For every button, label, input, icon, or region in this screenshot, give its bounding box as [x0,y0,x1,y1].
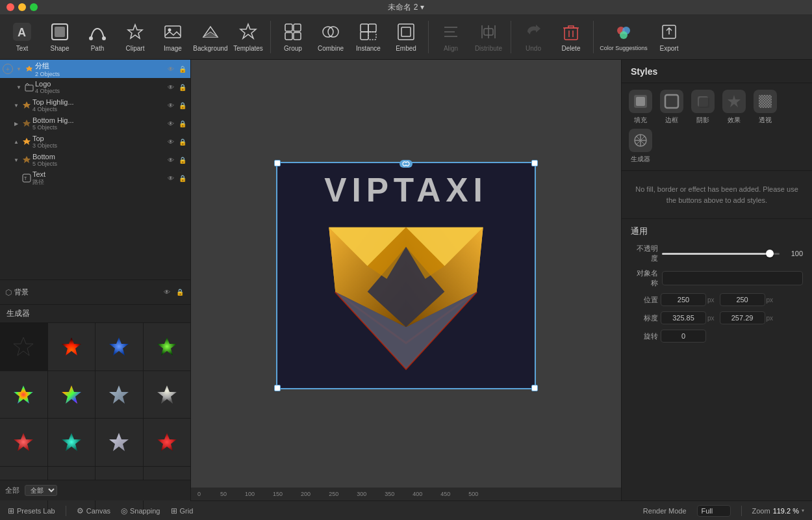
layer-item-text[interactable]: T Text 路径 👁 🔒 [0,169,190,187]
tool-export[interactable]: Export [651,17,687,57]
bg-lock-button[interactable]: 🔒 [175,287,185,298]
tool-embed[interactable]: Embed [388,17,424,57]
generator-item[interactable] [95,371,143,419]
tool-shape[interactable]: Shape [42,17,78,57]
pos-y-input[interactable] [720,293,765,306]
layer-item-top-highlight[interactable]: ▼ Top Highlig... 4 Objects 👁 🔒 [0,96,190,114]
templates-icon [238,21,259,42]
tool-path[interactable]: Path [79,17,116,57]
visibility-button[interactable]: 👁 [166,64,176,74]
handle-tl[interactable] [274,160,281,166]
expand-icon[interactable]: ▼ [12,101,21,110]
expand-icon[interactable]: ▼ [14,64,23,73]
pos-x-input[interactable] [661,293,706,306]
layer-text: Top Highlig... 4 Objects [32,98,166,112]
handle-br[interactable] [531,385,538,391]
size-w-input[interactable] [661,311,706,324]
tool-clipart[interactable]: Clipart [117,17,153,57]
generator-item[interactable] [144,371,191,419]
tool-align[interactable]: Align [433,17,469,57]
lock-button[interactable]: 🔒 [177,82,188,92]
tool-delete[interactable]: Delete [553,17,589,57]
group-icon [21,154,32,166]
layer-item-logo[interactable]: + ▼ Logo 4 Objects 👁 🔒 [0,78,190,96]
tool-group[interactable]: Group [275,17,311,57]
category-select[interactable]: 全部 [25,485,57,496]
canvas-content: VIPTAXI [276,162,536,389]
generator-item[interactable] [0,419,47,466]
generator-item[interactable] [144,323,191,370]
tool-combine[interactable]: Combine [312,17,349,57]
visibility-button[interactable]: 👁 [166,118,176,129]
tool-text[interactable]: A Text [4,17,40,57]
lock-button[interactable]: 🔒 [177,155,188,165]
expand-icon[interactable]: ▶ [12,119,21,128]
style-tab-fill[interactable]: 填充 [627,90,654,125]
grid-item[interactable]: ⊞ Grid [171,506,194,515]
background-section[interactable]: ⬡ 背景 👁 🔒 [0,280,190,304]
tool-undo[interactable]: Undo [515,17,552,57]
tool-color-suggestions[interactable]: Color Suggestions [598,17,650,57]
visibility-button[interactable]: 👁 [166,100,176,110]
snapping-item[interactable]: ◎ Snapping [121,506,160,515]
visibility-button[interactable]: 👁 [166,155,176,165]
layer-item-bottom[interactable]: ▼ Bottom 5 Objects 👁 🔒 [0,151,190,169]
visibility-button[interactable]: 👁 [166,173,176,183]
lock-button[interactable]: 🔒 [177,64,188,74]
svg-rect-7 [165,26,181,38]
close-button[interactable] [6,3,14,11]
layer-item-bottom-highlight[interactable]: ▶ Bottom Hig... 5 Objects 👁 🔒 [0,114,190,133]
generator-item[interactable] [48,323,95,370]
minimize-button[interactable] [18,3,26,11]
canvas-area[interactable]: VIPTAXI [191,60,621,500]
layer-item-top[interactable]: ▲ Top 3 Objects 👁 🔒 [0,133,190,151]
object-name-input[interactable] [662,271,803,285]
style-tab-border[interactable]: 边框 [658,90,685,125]
svg-marker-37 [26,66,32,72]
tool-instance[interactable]: Instance [350,17,387,57]
style-tab-shadow[interactable]: 阴影 [689,90,717,125]
generator-item[interactable] [95,419,143,466]
fullscreen-button[interactable] [30,3,38,11]
zoom-item[interactable]: Zoom 119.2 % ▾ [752,507,805,515]
tool-distribute[interactable]: Distribute [470,17,507,57]
ruler-mark: 350 [385,491,394,497]
lock-button[interactable]: 🔒 [177,173,188,183]
ruler-mark: 0 [197,491,201,497]
lock-button[interactable]: 🔒 [177,136,188,147]
handle-bl[interactable] [274,385,281,391]
presets-lab-item[interactable]: ⊞ Presets Lab [8,506,55,515]
visibility-button[interactable]: 👁 [166,136,176,147]
lock-button[interactable]: 🔒 [177,118,188,129]
handle-tr[interactable] [531,160,538,166]
style-tab-effect[interactable]: 效果 [720,90,748,125]
lock-button[interactable]: 🔒 [177,100,188,110]
svg-rect-20 [398,24,414,40]
tool-background[interactable]: Background [192,17,229,57]
render-mode-select[interactable]: Full Draft [697,505,731,517]
size-h-input[interactable] [720,311,765,324]
tool-image[interactable]: Image [155,17,191,57]
layer-item-group-root[interactable]: + ▼ 分组 2 Objects 👁 🔒 [0,60,190,78]
rotation-input[interactable] [661,330,706,343]
expand-icon[interactable]: ▼ [14,83,23,92]
separator [66,506,66,516]
style-tab-generator[interactable]: 生成器 [627,129,654,164]
handle-top[interactable] [400,160,412,168]
expand-icon[interactable]: ▼ [12,155,21,164]
generator-item[interactable] [0,323,47,370]
generator-item[interactable] [48,371,95,419]
style-tab-opacity[interactable]: 透视 [752,90,779,125]
folder-icon [23,81,35,93]
generator-item[interactable] [0,371,47,419]
bg-visibility-button[interactable]: 👁 [162,287,172,298]
tool-templates[interactable]: Templates [230,17,266,57]
generator-item[interactable] [48,419,95,466]
canvas-item[interactable]: ⚙ Canvas [77,506,110,515]
expand-icon[interactable]: ▲ [12,137,21,146]
opacity-slider[interactable] [662,253,780,255]
visibility-button[interactable]: 👁 [166,82,176,92]
generator-item[interactable] [144,419,191,466]
add-child-button[interactable]: + [3,64,13,74]
generator-item[interactable] [95,323,143,370]
